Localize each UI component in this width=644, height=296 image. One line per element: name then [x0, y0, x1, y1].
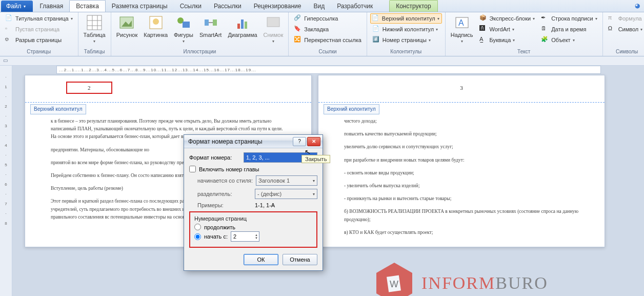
- mouse-cursor-icon: ↖: [304, 147, 312, 156]
- tab-insert[interactable]: Вставка: [69, 0, 106, 12]
- group-text: AНадпись 📦Экспресс-блоки 🅰WordArt A̲Букв…: [446, 12, 603, 56]
- svg-text:A: A: [458, 18, 464, 27]
- svg-rect-0: [87, 15, 102, 30]
- svg-text:W: W: [390, 279, 398, 289]
- crossref-button[interactable]: 🔀Перекрестная ссылка: [292, 35, 364, 45]
- continue-radio[interactable]: [194, 224, 201, 230]
- dropcap-button[interactable]: A̲Буквица: [477, 35, 537, 45]
- svg-rect-14: [241, 19, 244, 29]
- ok-button[interactable]: ОК: [244, 254, 278, 265]
- svg-point-8: [153, 18, 159, 25]
- dialog-title: Формат номера страницы: [188, 138, 263, 145]
- quickparts-button[interactable]: 📦Экспресс-блоки: [477, 13, 537, 24]
- below-ribbon-strip: ▭: [0, 56, 644, 66]
- equation-button[interactable]: πФормула: [606, 13, 644, 24]
- group-illustrations: Рисунок Картинка Фигуры SmartArt Диаграм…: [111, 12, 289, 56]
- watermark: W INFORMBURO: [371, 263, 548, 296]
- chart-button[interactable]: Диаграмма: [226, 13, 259, 39]
- page-break-button[interactable]: ⎊Разрыв страницы: [3, 35, 75, 45]
- screenshot-button[interactable]: Снимок: [261, 13, 286, 45]
- dialog-help-button[interactable]: ?: [293, 137, 306, 146]
- svg-rect-15: [245, 22, 247, 29]
- svg-rect-11: [205, 19, 209, 26]
- tab-references[interactable]: Ссылки: [174, 1, 208, 12]
- tab-design-context[interactable]: Конструктор: [389, 0, 437, 12]
- start-at-radio[interactable]: [194, 233, 201, 240]
- svg-rect-13: [237, 24, 240, 29]
- horizontal-ruler: ...2...1....1...2...3...4...5...6...7...…: [56, 66, 601, 74]
- hyperlink-button[interactable]: 🔗Гиперссылка: [292, 13, 364, 24]
- header-tag[interactable]: Верхний колонтитул: [324, 104, 379, 114]
- format-label: Формат номера:: [189, 154, 240, 161]
- include-chapter-label: Включить номер главы: [199, 166, 259, 172]
- file-tab[interactable]: Файл: [1, 1, 33, 12]
- svg-rect-20: [387, 275, 401, 292]
- textbox-button[interactable]: AНадпись: [449, 13, 475, 45]
- page-number-2: 2: [66, 82, 112, 94]
- tab-home[interactable]: Главная: [34, 1, 70, 12]
- cancel-button[interactable]: Отмена: [283, 254, 317, 265]
- title-page-button[interactable]: 📄Титульная страница: [3, 13, 75, 24]
- footer-button[interactable]: 📄Нижний колонтитул: [370, 24, 442, 34]
- page-number-3: 3: [460, 84, 463, 93]
- pagenumber-button[interactable]: #️⃣Номер страницы: [370, 35, 442, 45]
- dialog-close-button[interactable]: ✕: [307, 137, 320, 146]
- ribbon: 📄Титульная страница ▫Пустая страница ⎊Ра…: [0, 12, 644, 56]
- page-numbering-fieldset: Нумерация страниц продолжить начать с: 2…: [189, 211, 317, 248]
- group-symbols: πФормула ΩСимвол Символы: [603, 12, 644, 56]
- svg-rect-12: [213, 19, 217, 26]
- document-area: ...2...1....1...2...3...4...5...6...7...…: [12, 66, 644, 296]
- group-tables: Таблица Таблицы: [78, 12, 111, 56]
- separator-combo[interactable]: - (дефис): [255, 189, 317, 199]
- vertical-ruler: ·1·2·3·4·5·6·7·8: [0, 66, 12, 296]
- tab-mailings[interactable]: Рассылки: [208, 1, 248, 12]
- tab-bar: Файл Главная Вставка Разметка страницы С…: [0, 0, 644, 12]
- tab-developer[interactable]: Разработчик: [331, 1, 379, 12]
- wordart-button[interactable]: 🅰WordArt: [477, 24, 537, 34]
- clipart-button[interactable]: Картинка: [142, 13, 170, 39]
- table-button[interactable]: Таблица: [82, 13, 108, 45]
- help-icon[interactable]: ◕: [635, 2, 640, 9]
- signatureline-button[interactable]: ✒Строка подписи: [539, 13, 599, 24]
- tab-layout[interactable]: Разметка страницы: [106, 1, 174, 12]
- blank-page-button[interactable]: ▫Пустая страница: [3, 24, 75, 34]
- svg-marker-19: [376, 263, 412, 296]
- group-title: Страницы: [3, 48, 75, 56]
- group-pages: 📄Титульная страница ▫Пустая страница ⎊Ра…: [0, 12, 78, 56]
- picture-button[interactable]: Рисунок: [114, 13, 140, 39]
- header-button[interactable]: 📄Верхний колонтитул: [370, 13, 442, 24]
- bookmark-button[interactable]: 🔖Закладка: [292, 24, 364, 34]
- numbering-legend: Нумерация страниц: [194, 215, 312, 222]
- datetime-button[interactable]: 🗓Дата и время: [539, 24, 599, 34]
- header-tag[interactable]: Верхний колонтитул: [30, 104, 86, 114]
- smartart-button[interactable]: SmartArt: [197, 13, 224, 39]
- page-3: 3 Верхний колонтитул чистого дохода; пов…: [318, 75, 605, 247]
- svg-rect-10: [183, 22, 190, 28]
- group-headerfooter: 📄Верхний колонтитул 📄Нижний колонтитул #…: [367, 12, 446, 56]
- examples-value: 1-1, 1-A: [255, 202, 275, 208]
- group-links: 🔗Гиперссылка 🔖Закладка 🔀Перекрестная ссы…: [289, 12, 367, 56]
- symbol-button[interactable]: ΩСимвол: [606, 24, 644, 34]
- start-at-spinner[interactable]: 2 ▲▼: [231, 231, 259, 242]
- shapes-button[interactable]: Фигуры: [172, 13, 195, 45]
- include-chapter-checkbox[interactable]: [189, 166, 196, 172]
- svg-rect-16: [267, 17, 279, 27]
- tab-view[interactable]: Вид: [307, 1, 331, 12]
- object-button[interactable]: 🧩Объект: [539, 35, 599, 45]
- chapter-style-combo[interactable]: Заголовок 1: [256, 175, 317, 186]
- document-icon: ▭: [3, 57, 8, 63]
- tab-review[interactable]: Рецензирование: [248, 1, 308, 12]
